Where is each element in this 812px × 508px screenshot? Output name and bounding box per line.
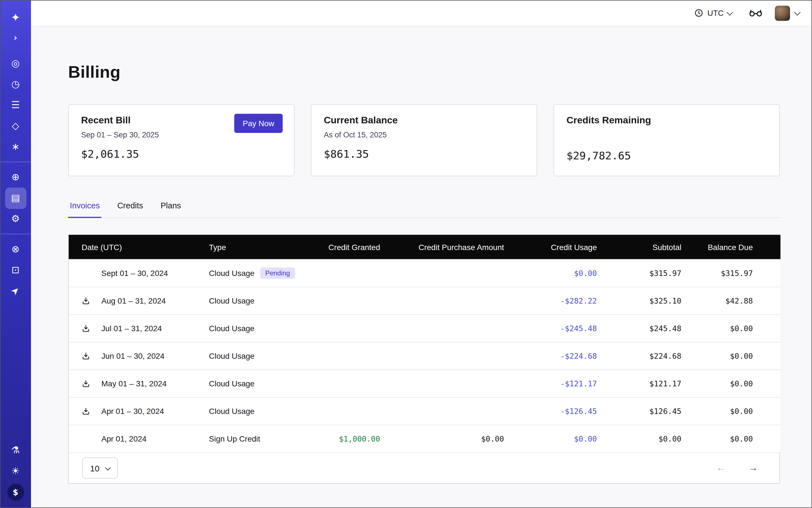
credit-usage: -$121.17 [560, 379, 597, 388]
globe-icon: ⊕ [11, 172, 20, 182]
sidebar-item-theme[interactable]: ☀ [0, 461, 31, 481]
sidebar-item-deployments[interactable]: ☰ [0, 95, 31, 116]
chevron-right-icon: › [14, 34, 17, 42]
download-invoice-button[interactable] [82, 352, 90, 360]
balance-due: $0.00 [730, 407, 753, 416]
sidebar-item-logo[interactable]: ✦ [0, 7, 31, 28]
sidebar-item-labs[interactable]: ⚗ [0, 440, 31, 461]
pay-now-button[interactable]: Pay Now [234, 114, 283, 133]
invoice-date: Apr 01 – 30, 2024 [101, 407, 164, 416]
sidebar-item-usage[interactable]: $ [0, 481, 31, 502]
invoice-date: May 01 – 31, 2024 [101, 379, 167, 388]
pager-arrows: ← → [716, 462, 758, 474]
download-invoice-button[interactable] [82, 379, 90, 388]
circle-x-icon: ⊗ [11, 245, 20, 254]
table-row: Sept 01 – 30, 2024Cloud UsagePending$0.0… [69, 259, 780, 287]
table-row: May 01 – 31, 2024Cloud Usage-$121.17$121… [69, 370, 780, 397]
sidebar-item-integrations[interactable]: ∗ [0, 136, 31, 157]
summary-cards: Recent BillPay NowSep 01 – Sep 30, 2025$… [68, 104, 780, 176]
download-invoice-button[interactable] [82, 324, 90, 333]
target-icon: ◎ [11, 58, 20, 68]
tab-credits[interactable]: Credits [116, 201, 145, 217]
invoice-type: Cloud Usage [209, 407, 255, 416]
invoice-date: Jul 01 – 31, 2024 [101, 324, 162, 333]
card-amount: $29,782.65 [566, 149, 767, 162]
sidebar-item-onboarding[interactable]: ➤ [0, 281, 31, 301]
layers-icon: ☰ [11, 100, 20, 110]
table-body: Sept 01 – 30, 2024Cloud UsagePending$0.0… [69, 259, 780, 452]
subtotal: $245.48 [649, 324, 681, 333]
column-header: Balance Due [688, 235, 780, 259]
sidebar-item-schedules[interactable]: ◷ [0, 74, 31, 95]
clock-icon [694, 8, 703, 17]
invoice-type: Cloud Usage [209, 296, 255, 305]
dollar-icon: $ [13, 488, 18, 496]
monitor-icon: ⊡ [11, 265, 20, 275]
subtotal: $315.97 [649, 269, 681, 278]
gear-icon: ⚙ [11, 214, 20, 223]
card-recent-bill: Recent BillPay NowSep 01 – Sep 30, 2025$… [68, 104, 295, 176]
balance-due: $0.00 [730, 324, 753, 333]
invoice-type: Cloud Usage [209, 351, 255, 361]
credit-purchase: $0.00 [481, 434, 504, 443]
subtotal: $0.00 [658, 434, 681, 443]
credit-usage: -$224.68 [560, 351, 597, 361]
tab-invoices[interactable]: Invoices [68, 201, 101, 218]
logo-icon: ✦ [11, 11, 20, 23]
column-header: Subtotal [604, 235, 688, 259]
card-amount: $861.35 [324, 147, 524, 160]
table-row: Jun 01 – 30, 2024Cloud Usage-$224.68$224… [69, 342, 780, 370]
invoice-type: Cloud Usage [209, 269, 255, 278]
sidebar: ✦›◎◷☰◇∗⊕▤⚙⊗⊡➤⚗☀$ [0, 0, 31, 508]
rocket-icon: ➤ [9, 285, 22, 297]
tab-plans[interactable]: Plans [159, 201, 183, 217]
invoices-table: Date (UTC)TypeCredit GrantedCredit Purch… [68, 234, 780, 484]
balance-due: $0.00 [730, 434, 753, 443]
balance-due: $0.00 [730, 379, 753, 388]
invoice-type: Cloud Usage [209, 379, 255, 388]
prev-page-button[interactable]: ← [716, 462, 726, 474]
column-header: Credit Purchase Amount [387, 235, 511, 259]
sun-icon: ☀ [11, 466, 20, 476]
column-header: Credit Granted [300, 235, 387, 259]
sidebar-item-support[interactable]: ⊗ [0, 239, 31, 260]
sidebar-item-packages[interactable]: ◇ [0, 116, 31, 136]
cube-icon: ◇ [12, 121, 19, 131]
column-header: Type [198, 235, 300, 259]
column-header: Credit Usage [511, 235, 604, 259]
credit-granted: $1,000.00 [339, 434, 380, 443]
sidebar-item-settings[interactable]: ⚙ [0, 208, 31, 229]
next-page-button[interactable]: → [749, 462, 758, 474]
timezone-selector[interactable]: UTC [694, 8, 732, 17]
invoice-date: Sept 01 – 30, 2024 [101, 269, 168, 278]
table-header-row: Date (UTC)TypeCredit GrantedCredit Purch… [69, 235, 780, 259]
download-invoice-button[interactable] [82, 297, 90, 305]
page-title: Billing [68, 62, 780, 82]
subtotal: $224.68 [649, 351, 681, 361]
invoice-type: Cloud Usage [209, 324, 255, 333]
subtotal: $325.10 [649, 296, 681, 305]
card-current-balance: Current BalanceAs of Oct 15, 2025$861.35 [311, 104, 537, 176]
sidebar-item-billing[interactable]: ▤ [0, 187, 31, 208]
credit-usage: -$282.22 [560, 296, 597, 305]
table-row: Apr 01, 2024Sign Up Credit$1,000.00$0.00… [69, 425, 780, 452]
sidebar-item-docs[interactable]: ⊡ [0, 260, 31, 281]
subtotal: $121.17 [649, 379, 681, 388]
app-window: ✦›◎◷☰◇∗⊕▤⚙⊗⊡➤⚗☀$ UTC Billing Recent Bill… [0, 0, 812, 508]
subtotal: $126.45 [649, 407, 681, 416]
credit-usage: $0.00 [574, 434, 597, 443]
download-invoice-button[interactable] [82, 407, 90, 415]
timezone-label: UTC [707, 8, 724, 17]
sidebar-item-namespaces[interactable]: ◎ [0, 53, 31, 74]
page-size-select[interactable]: 10 [82, 457, 117, 479]
sidebar-item-expand[interactable]: › [0, 28, 31, 48]
page-size-value: 10 [90, 463, 99, 473]
balance-due: $42.88 [725, 296, 753, 305]
invoice-date: Apr 01, 2024 [101, 434, 146, 443]
card-title: Credits Remaining [566, 115, 767, 126]
asterisk-icon: ∗ [11, 142, 20, 152]
glasses-icon[interactable] [749, 9, 762, 17]
chevron-down-icon [105, 465, 111, 470]
account-menu[interactable] [775, 5, 800, 20]
sidebar-item-cloud[interactable]: ⊕ [0, 167, 31, 187]
